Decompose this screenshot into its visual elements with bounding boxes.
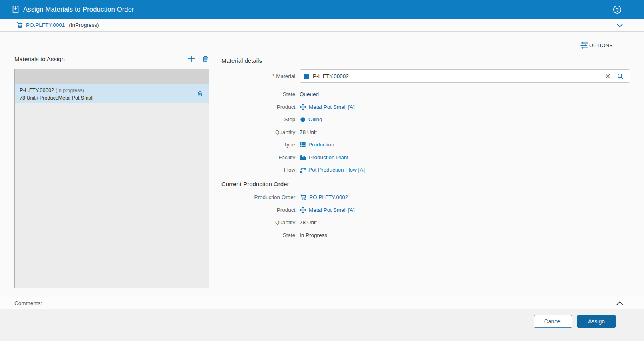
comments-label: Comments: (14, 300, 42, 306)
product-link[interactable]: Metal Pot Small [A] (309, 104, 355, 110)
step-circle-icon (300, 116, 306, 123)
page-title: Assign Materials to Production Order (23, 6, 134, 13)
assign-button[interactable]: Assign (577, 315, 616, 328)
options-label: OPTIONS (589, 43, 613, 48)
product-icon (300, 207, 306, 213)
facility-link[interactable]: Production Plant (309, 154, 348, 160)
comments-bar[interactable]: Comments: (0, 297, 644, 309)
flow-icon (300, 167, 306, 173)
field-row-production-order: Production Order: PO.PLFTY.0002 (221, 191, 630, 204)
cart-icon (16, 22, 23, 28)
context-bar: PO.PLFTY.0001 (InProgress) (0, 19, 644, 32)
state-value: Queued (300, 91, 319, 97)
field-row-quantity: Quantity: 78 Unit (221, 216, 630, 229)
material-type-icon (304, 74, 309, 79)
field-row-type: Type: Production (221, 138, 630, 151)
production-order-link[interactable]: PO.PLFTY.0002 (309, 194, 348, 200)
material-item-detail: 78 Unit / Product:Metal Pot Small (20, 95, 204, 101)
facility-factory-icon (300, 154, 306, 161)
materials-list: P-L.FTY.00002 (In progress) 78 Unit / Pr… (14, 69, 209, 288)
flow-link[interactable]: Pot Production Flow [A] (308, 167, 365, 173)
current-quantity-value: 78 Unit (300, 219, 317, 225)
material-input[interactable]: P-L.FTY.00002 (300, 69, 630, 83)
remove-item-button[interactable] (197, 90, 203, 97)
options-icon (580, 42, 588, 49)
field-row-facility: Facility: Production Plant (221, 151, 630, 164)
current-state-value: In Progress (300, 232, 327, 238)
cancel-button[interactable]: Cancel (534, 315, 572, 328)
quantity-value: 78 Unit (300, 129, 317, 135)
current-order-fields: Production Order: PO.PLFTY.0002 (221, 191, 630, 241)
search-icon[interactable] (617, 73, 624, 80)
context-order-state: (InProgress) (69, 22, 99, 28)
material-item-name: P-L.FTY.00002 (20, 87, 54, 93)
delete-material-button[interactable] (202, 55, 209, 63)
current-production-order-title: Current Production Order (221, 181, 289, 187)
chevron-down-icon[interactable] (616, 22, 624, 28)
main-content: OPTIONS Materials to Assign (0, 32, 644, 297)
material-item-title: P-L.FTY.00002 (In progress) (20, 87, 204, 93)
type-list-icon (300, 142, 306, 148)
current-product-link[interactable]: Metal Pot Small [A] (309, 207, 355, 213)
assign-materials-dialog: Assign Materials to Production Order ? P… (0, 0, 644, 341)
titlebar: Assign Materials to Production Order ? (0, 0, 644, 19)
chevron-up-icon[interactable] (616, 301, 624, 306)
field-row-step: Step: Oiling (221, 113, 630, 126)
footer: Cancel Assign (0, 309, 644, 341)
cart-icon (300, 194, 307, 201)
context-order-link[interactable]: PO.PLFTY.0001 (26, 22, 65, 28)
field-row-product: Product: Metal Pot Small [A] (221, 101, 630, 114)
add-material-button[interactable] (187, 55, 195, 63)
material-detail-fields: State: Queued Product: Metal Pot Small [… (221, 88, 630, 177)
field-row-state: State: Queued (221, 88, 630, 101)
product-icon (300, 104, 306, 110)
material-field-label: *Material: (221, 73, 297, 79)
material-input-value: P-L.FTY.00002 (313, 73, 349, 79)
material-details-title: Material details (221, 57, 262, 64)
svg-text:?: ? (616, 7, 619, 13)
clear-icon[interactable] (605, 74, 610, 79)
materials-list-header (15, 69, 209, 84)
required-marker: * (272, 73, 274, 79)
material-list-item[interactable]: P-L.FTY.00002 (In progress) 78 Unit / Pr… (15, 84, 209, 103)
options-button[interactable]: OPTIONS (580, 42, 613, 49)
field-row-flow: Flow: Pot Production Flow [A] (221, 164, 630, 177)
help-icon[interactable]: ? (613, 5, 622, 14)
material-field-row: *Material: P-L.FTY.00002 (221, 69, 630, 83)
materials-to-assign-title: Materials to Assign (14, 56, 181, 62)
material-item-state: (In progress) (56, 88, 84, 93)
materials-to-assign-header: Materials to Assign (14, 55, 209, 63)
assign-material-icon (12, 6, 20, 14)
field-row-state: State: In Progress (221, 229, 630, 242)
field-row-product: Product: Metal Pot Small [A] (221, 204, 630, 217)
type-link[interactable]: Production (308, 142, 334, 148)
step-link[interactable]: Oiling (308, 116, 322, 122)
field-row-quantity: Quantity: 78 Unit (221, 126, 630, 139)
